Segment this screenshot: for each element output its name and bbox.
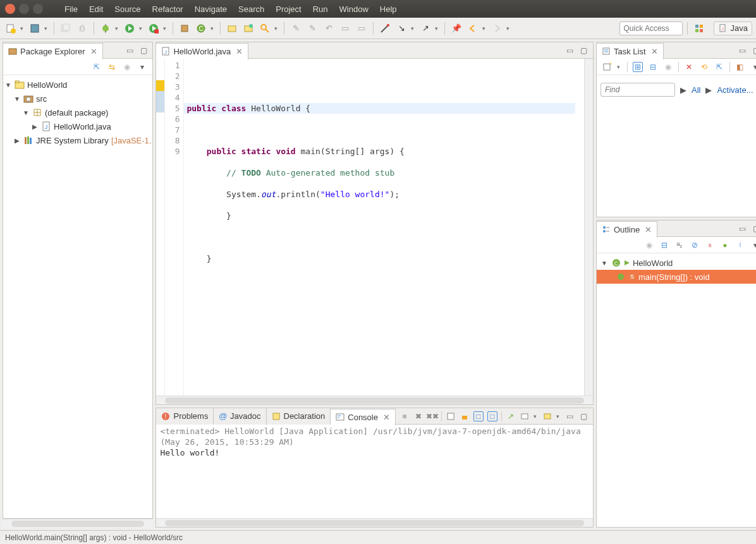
step-button[interactable]: ↘ [394,21,408,35]
open-task-button[interactable] [241,21,255,35]
close-window-icon[interactable] [5,4,15,14]
expand-icon[interactable]: ▼ [22,109,30,116]
search-button[interactable] [258,21,272,35]
tab-problems[interactable]: ! Problems [156,408,214,425]
tree-src[interactable]: ▼ src [4,92,151,106]
annotation-button[interactable]: ✎ [305,21,319,35]
maximize-icon[interactable]: ▢ [138,45,149,56]
forward-button[interactable] [490,21,504,35]
view-menu-icon[interactable]: ▾ [750,62,756,72]
show-stdout-icon[interactable]: □ [473,411,484,421]
tab-outline[interactable]: Outline ✕ [597,221,657,238]
menu-search[interactable]: Search [233,3,269,16]
ui-legend-icon[interactable]: ◧ [735,62,745,72]
hide-nonpublic-icon[interactable]: ● [720,240,730,250]
tab-task-list[interactable]: Task List ✕ [597,43,664,59]
maximize-icon[interactable]: ▢ [579,411,589,421]
quick-access-input[interactable] [619,21,683,35]
menu-help[interactable]: Help [375,3,402,16]
save-all-button[interactable] [59,21,73,35]
menu-edit[interactable]: Edit [84,3,108,16]
collapse-all-icon[interactable]: ⇱ [92,62,102,72]
skip-dropdown[interactable]: ▾ [435,25,440,32]
save-dropdown[interactable]: ▾ [44,25,49,32]
minimize-icon[interactable]: ▭ [125,45,135,56]
maximize-icon[interactable]: ▢ [752,224,756,234]
search-dropdown[interactable]: ▾ [274,25,279,32]
tab-javadoc[interactable]: @ Javadoc [214,408,266,425]
menu-source[interactable]: Source [109,3,145,16]
display-console-dropdown[interactable]: ▾ [533,413,539,420]
expand-icon[interactable]: ▼ [4,82,12,88]
toggle-mark-button[interactable]: ✎ [289,21,303,35]
minimize-window-icon[interactable] [19,4,29,14]
print-button[interactable]: ⎙ [75,21,89,35]
menu-navigate[interactable]: Navigate [190,3,232,16]
new-task-icon[interactable]: + [602,62,612,72]
close-icon[interactable]: ✕ [236,47,243,56]
prev-button[interactable]: ▭ [355,21,369,35]
link-editor-icon[interactable]: ⇆ [107,62,117,72]
focus-icon[interactable]: ◉ [644,240,654,250]
view-menu-icon[interactable]: ▾ [137,62,147,72]
new-dropdown[interactable]: ▾ [20,25,25,32]
back-dropdown[interactable]: ▾ [482,25,487,32]
open-console-dropdown[interactable]: ▾ [556,413,561,420]
minimize-icon[interactable]: ▭ [738,45,748,56]
new-class-button[interactable]: C [194,21,208,35]
hide-static-icon[interactable]: s [705,240,715,250]
menu-run[interactable]: Run [308,3,333,16]
schedule-icon[interactable]: ⊟ [648,62,658,72]
menu-window[interactable]: Window [334,3,374,16]
close-icon[interactable]: ✕ [645,225,652,234]
open-type-button[interactable] [225,21,239,35]
close-icon[interactable]: ✕ [383,413,390,422]
categorize-icon[interactable]: ⊞ [633,62,643,72]
run-last-button[interactable] [147,21,161,35]
new-class-dropdown[interactable]: ▾ [210,25,216,32]
next-button[interactable]: ▭ [338,21,352,35]
skip-button[interactable]: ↗ [418,21,432,35]
back-button[interactable] [466,21,480,35]
clear-console-icon[interactable] [446,411,456,421]
hscroll-left[interactable] [3,519,153,528]
outline-method[interactable]: S main(String[]) : void [597,270,756,284]
menu-refactor[interactable]: Refactor [147,3,188,16]
az-icon[interactable]: az [674,240,685,250]
remove-all-icon[interactable]: ✖✖ [427,411,437,421]
scroll-lock-icon[interactable] [460,411,470,421]
tab-console[interactable]: Console ✕ [331,409,396,425]
run-last-dropdown[interactable]: ▾ [163,25,168,32]
save-button[interactable] [28,21,42,35]
hide-fields-icon[interactable]: ⊘ [690,240,700,250]
debug-dropdown[interactable]: ▾ [115,25,120,32]
new-task-dropdown[interactable]: ▾ [617,64,622,70]
new-package-button[interactable] [178,21,192,35]
focus-task-icon[interactable]: ◉ [122,62,132,72]
expand-icon[interactable]: ▼ [601,260,608,267]
expand-icon[interactable]: ▼ [13,95,21,102]
forward-dropdown[interactable]: ▾ [506,25,511,32]
maximize-window-icon[interactable] [33,4,43,14]
vscroll-editor[interactable] [584,59,593,396]
hscroll-console[interactable] [156,518,593,527]
pin-console-icon[interactable]: ↗ [506,411,516,421]
minimize-icon[interactable]: ▭ [565,411,575,421]
run-button[interactable] [123,21,137,35]
synch-icon[interactable]: ⟲ [699,62,709,72]
pin-button[interactable]: 📌 [449,21,463,35]
menu-project[interactable]: Project [271,3,306,16]
tree-java-file[interactable]: ▶ J HelloWorld.java [4,119,151,133]
maximize-icon[interactable]: ▢ [579,45,589,56]
code-editor[interactable]: 123456789 public class HelloWorld { publ… [156,59,593,396]
menu-file[interactable]: File [59,3,83,16]
expand-icon[interactable]: ▶ [31,123,39,130]
hide-icon[interactable]: ✕ [684,62,694,72]
java-perspective-button[interactable]: J Java [714,21,752,35]
open-console-icon[interactable] [542,411,552,421]
terminate-icon[interactable]: ■ [399,411,410,421]
activate-link[interactable]: Activate... [717,85,753,95]
debug-button[interactable] [99,21,113,35]
step-dropdown[interactable]: ▾ [411,25,416,32]
tree-package[interactable]: ▼ (default package) [4,106,151,119]
